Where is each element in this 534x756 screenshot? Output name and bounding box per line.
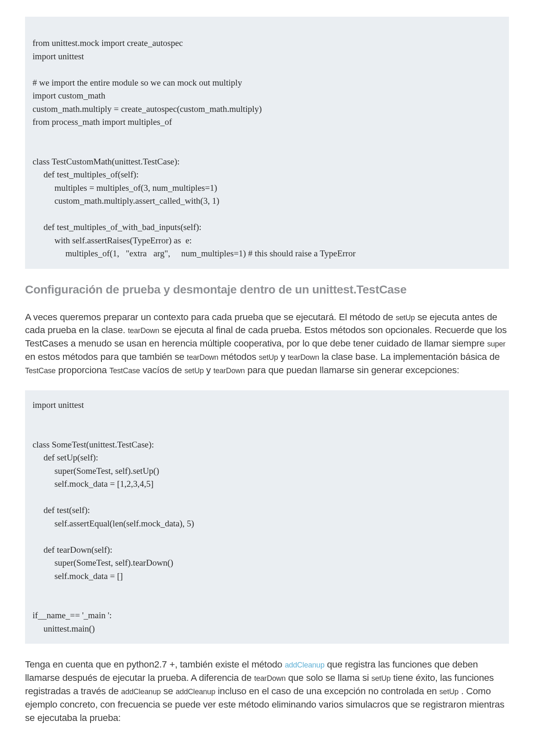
inline-code-setup: setUp: [259, 353, 278, 362]
inline-code-addcleanup-link[interactable]: addCleanup: [285, 661, 325, 669]
inline-code-setup: setUp: [439, 688, 458, 696]
inline-code-teardown: tearDown: [254, 674, 285, 683]
text-segment: para que puedan llamarse sin generar exc…: [245, 365, 459, 375]
inline-code-teardown: tearDown: [288, 353, 319, 362]
inline-code-setup: setUp: [395, 314, 415, 322]
text-segment: métodos: [218, 351, 259, 362]
text-segment: y: [278, 351, 287, 362]
text-segment: la clase base. La implementación básica …: [319, 351, 500, 362]
inline-code-super: super: [487, 340, 506, 348]
section-heading: Configuración de prueba y desmontaje den…: [25, 283, 509, 296]
text-segment: A veces queremos preparar un contexto pa…: [25, 312, 395, 322]
text-segment: en estos métodos para que también se: [25, 351, 187, 362]
inline-code-setup: setUp: [184, 367, 204, 375]
code-block-1: from unittest.mock import create_autospe…: [25, 17, 509, 269]
inline-code-addcleanup: addCleanup: [121, 688, 161, 696]
inline-code-teardown: tearDown: [128, 326, 159, 335]
code-block-2: import unittest class SomeTest(unittest.…: [25, 390, 509, 644]
paragraph-1: A veces queremos preparar un contexto pa…: [25, 311, 509, 377]
text-segment: vacíos de: [140, 365, 185, 375]
text-segment: incluso en el caso de una excepción no c…: [215, 686, 439, 696]
inline-code-testcase: TestCase: [25, 367, 55, 375]
text-segment: proporciona: [55, 365, 109, 375]
text-segment: que solo se llama si: [286, 673, 372, 683]
inline-code-testcase: TestCase: [109, 367, 140, 375]
text-segment: y: [204, 365, 213, 375]
inline-code-setup: setUp: [371, 674, 390, 683]
text-segment: se: [161, 686, 175, 696]
inline-code-teardown: tearDown: [187, 353, 218, 362]
text-segment: Tenga en cuenta que en python2.7 +, tamb…: [25, 659, 285, 670]
inline-code-teardown: tearDown: [213, 367, 244, 375]
inline-code-addcleanup: addCleanup: [176, 688, 215, 696]
paragraph-2: Tenga en cuenta que en python2.7 +, tamb…: [25, 658, 509, 725]
